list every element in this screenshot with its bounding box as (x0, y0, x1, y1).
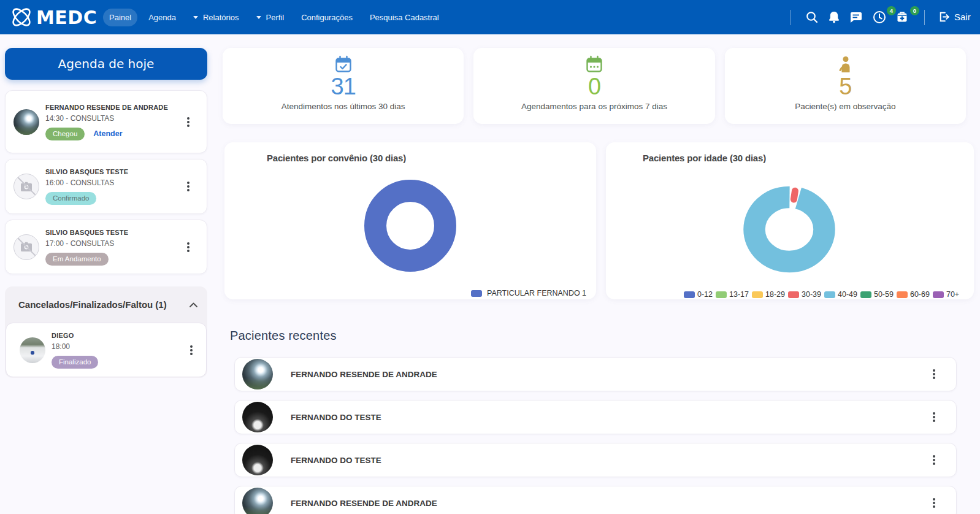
stat-value: 31 (331, 74, 356, 99)
nav-relatorios[interactable]: Relatórios (187, 9, 245, 26)
legend-swatch (860, 291, 871, 298)
patient-name: FERNANDO RESENDE DE ANDRADE (45, 104, 182, 111)
patient-name: FERNANDO RESENDE DE ANDRADE (291, 370, 928, 379)
appointment-time: 17:00 - CONSULTAS (45, 239, 182, 248)
appointment-time: 14:30 - CONSULTAS (45, 114, 182, 123)
stat-agendamentos: 0 Agendamentos para os próximos 7 dias (473, 48, 714, 124)
recent-patient-row[interactable]: FERNANDO RESENDE DE ANDRADE (234, 357, 957, 391)
kebab-menu-icon[interactable] (933, 502, 935, 504)
calendar-dots-icon (585, 55, 603, 74)
stat-label: Agendamentos para os próximos 7 dias (521, 102, 667, 111)
donut-chart-convenio[interactable] (358, 174, 462, 278)
recent-patient-row[interactable]: FERNANDO DO TESTE (234, 443, 957, 477)
legend-label: 50-59 (874, 290, 894, 299)
appointment-card[interactable]: DIEGO 18:00 Finalizado (6, 323, 207, 377)
kebab-menu-icon[interactable] (933, 459, 935, 461)
legend-swatch (716, 291, 727, 298)
patient-avatar (242, 402, 273, 432)
kebab-menu-icon[interactable] (933, 416, 935, 418)
status-chip: Chegou (45, 128, 85, 140)
notifications-bell-icon[interactable] (827, 10, 841, 24)
legend-item[interactable]: 50-59 (860, 290, 894, 299)
legend-label: PARTICULAR FERNANDO 1 (487, 289, 586, 297)
patient-avatar (242, 359, 273, 389)
header-divider (790, 10, 791, 25)
patient-name: DIEGO (52, 332, 185, 339)
agenda-de-hoje-button[interactable]: Agenda de hoje (5, 48, 207, 80)
camera-off-icon (20, 182, 33, 192)
patient-name: SILVIO BASQUES TESTE (45, 168, 182, 175)
brand-name: MEDC (36, 7, 97, 28)
logout-label: Sair (954, 12, 971, 22)
legend-swatch (752, 291, 763, 298)
appointment-card[interactable]: SILVIO BASQUES TESTE 16:00 - CONSULTAS C… (5, 159, 207, 214)
main-nav: Painel Agenda Relatórios Perfil Configur… (103, 0, 450, 34)
chart-convenio-title: Pacientes por convênio (30 dias) (267, 153, 406, 163)
messages-chat-icon[interactable] (849, 10, 863, 24)
stat-observacao: 5 Paciente(s) em observação (725, 48, 966, 124)
kebab-menu-icon[interactable] (187, 185, 189, 188)
patient-avatar-placeholder (13, 174, 39, 199)
nav-pesquisa-cadastral[interactable]: Pesquisa Cadastral (364, 9, 445, 26)
legend-label: 40-49 (838, 290, 857, 299)
patient-avatar-placeholder (13, 234, 39, 260)
appointment-card[interactable]: SILVIO BASQUES TESTE 17:00 - CONSULTAS E… (5, 220, 207, 274)
finished-section-title: Cancelados/Finalizados/Faltou (1) (18, 299, 189, 310)
legend-label: 30-39 (802, 290, 821, 299)
logout-button[interactable]: Sair (937, 10, 971, 23)
legend-item[interactable]: 13-17 (716, 290, 749, 299)
legend-label: 18-29 (765, 290, 785, 299)
nav-painel[interactable]: Painel (103, 9, 137, 26)
nav-configuracoes[interactable]: Configurações (295, 9, 359, 26)
chart-convenio-legend[interactable]: PARTICULAR FERNANDO 1 (471, 289, 586, 297)
atender-link[interactable]: Atender (93, 129, 122, 138)
patient-name: SILVIO BASQUES TESTE (45, 229, 182, 236)
stat-value: 0 (588, 74, 600, 99)
chevron-up-icon[interactable] (189, 302, 197, 307)
legend-item[interactable]: 40-49 (824, 290, 857, 299)
brand-logo[interactable]: MEDC (9, 4, 97, 30)
recents-title: Pacientes recentes (230, 329, 337, 343)
legend-swatch (788, 291, 799, 298)
legend-label: 13-17 (729, 290, 749, 299)
atom-logo-icon (9, 4, 34, 30)
finished-section: Cancelados/Finalizados/Faltou (1) DIEGO … (5, 286, 207, 378)
legend-item[interactable]: 30-39 (788, 290, 821, 299)
stat-label: Paciente(s) em observação (795, 102, 895, 111)
clock-badge: 4 (887, 6, 896, 15)
chevron-down-icon (193, 16, 198, 19)
kebab-menu-icon[interactable] (190, 349, 193, 351)
chart-idade-legend[interactable]: 0-1213-1718-2930-3940-4950-5960-6970+ (684, 290, 959, 299)
top-navbar: MEDC Painel Agenda Relatórios Perfil Con… (0, 0, 980, 34)
search-icon[interactable] (805, 10, 819, 24)
nav-perfil[interactable]: Perfil (250, 9, 291, 26)
patient-avatar (20, 337, 45, 363)
legend-label: 70+ (946, 290, 959, 299)
recent-patient-row[interactable]: FERNANDO RESENDE DE ANDRADE (234, 486, 957, 514)
kebab-menu-icon[interactable] (933, 373, 935, 375)
stat-atendimentos: 31 Atendimentos nos últimos 30 dias (223, 48, 464, 124)
nav-agenda[interactable]: Agenda (142, 9, 182, 26)
person-icon (836, 55, 854, 74)
donut-chart-idade[interactable] (737, 180, 841, 278)
kebab-menu-icon[interactable] (187, 246, 189, 248)
recent-patient-row[interactable]: FERNANDO DO TESTE (234, 400, 957, 434)
legend-item[interactable]: 70+ (933, 290, 959, 299)
legend-swatch (933, 291, 944, 298)
waiting-clock-icon[interactable] (873, 10, 886, 24)
legend-label: 60-69 (910, 290, 930, 299)
header-divider (924, 10, 925, 25)
status-chip: Em Andamento (45, 253, 109, 266)
legend-item[interactable]: 18-29 (752, 290, 785, 299)
chevron-down-icon (256, 16, 261, 19)
medkit-icon[interactable] (895, 10, 909, 24)
stat-label: Atendimentos nos últimos 30 dias (281, 102, 405, 111)
patient-name: FERNANDO RESENDE DE ANDRADE (291, 499, 928, 508)
finished-section-header[interactable]: Cancelados/Finalizados/Faltou (1) (5, 286, 207, 323)
patient-avatar (242, 488, 273, 514)
legend-item[interactable]: 0-12 (684, 290, 713, 299)
kebab-menu-icon[interactable] (187, 121, 189, 123)
appointment-card[interactable]: FERNANDO RESENDE DE ANDRADE 14:30 - CONS… (5, 90, 207, 153)
calendar-check-icon (334, 55, 353, 74)
legend-item[interactable]: 60-69 (897, 290, 930, 299)
